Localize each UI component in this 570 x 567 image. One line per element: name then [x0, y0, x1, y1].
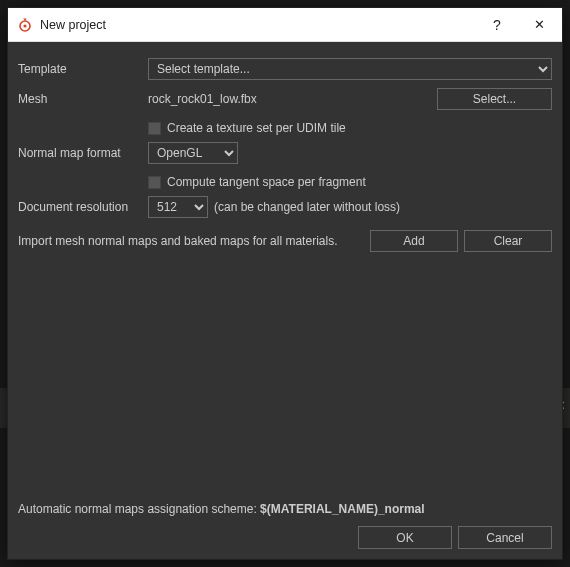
template-select[interactable]: Select template...	[148, 58, 552, 80]
dialog-content: Template Select template... Mesh rock_ro…	[8, 42, 562, 559]
import-maps-label: Import mesh normal maps and baked maps f…	[18, 234, 364, 248]
new-project-dialog: New project ? ✕ Template Select template…	[7, 7, 563, 560]
add-button[interactable]: Add	[370, 230, 458, 252]
udim-checkbox-label: Create a texture set per UDIM tile	[167, 121, 346, 135]
normal-format-label: Normal map format	[18, 146, 148, 160]
app-icon	[16, 16, 34, 34]
template-label: Template	[18, 62, 148, 76]
help-button[interactable]: ?	[476, 9, 518, 41]
close-button[interactable]: ✕	[518, 9, 560, 41]
tangent-checkbox-label: Compute tangent space per fragment	[167, 175, 366, 189]
titlebar: New project ? ✕	[8, 8, 562, 42]
scheme-text: Automatic normal maps assignation scheme…	[18, 502, 552, 516]
dialog-title: New project	[40, 18, 476, 32]
svg-point-1	[23, 24, 26, 27]
tangent-checkbox[interactable]	[148, 176, 161, 189]
udim-checkbox[interactable]	[148, 122, 161, 135]
resolution-note: (can be changed later without loss)	[214, 200, 400, 214]
mesh-select-button[interactable]: Select...	[437, 88, 552, 110]
mesh-filename: rock_rock01_low.fbx	[148, 92, 437, 106]
clear-button[interactable]: Clear	[464, 230, 552, 252]
resolution-label: Document resolution	[18, 200, 148, 214]
resolution-select[interactable]: 512	[148, 196, 208, 218]
mesh-label: Mesh	[18, 92, 148, 106]
ok-button[interactable]: OK	[358, 526, 452, 549]
cancel-button[interactable]: Cancel	[458, 526, 552, 549]
normal-format-select[interactable]: OpenGL	[148, 142, 238, 164]
